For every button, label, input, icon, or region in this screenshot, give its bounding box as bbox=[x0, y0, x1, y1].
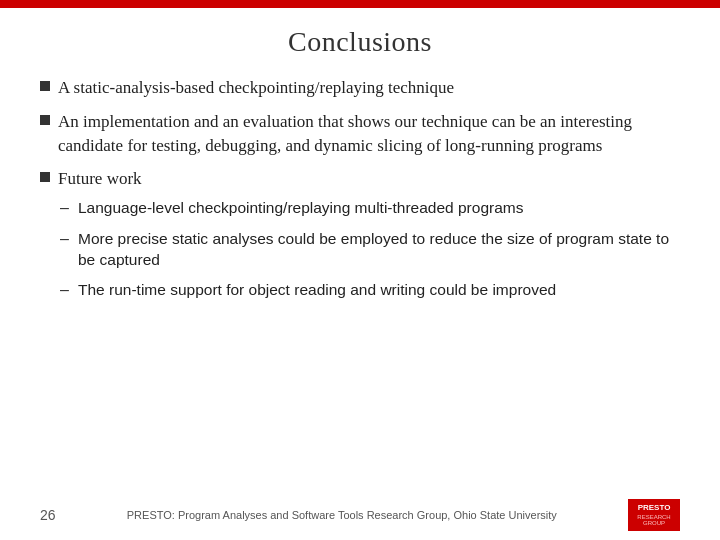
bullet-text-2: An implementation and an evaluation that… bbox=[58, 110, 680, 158]
footer-logo-text: PRESTO bbox=[638, 503, 671, 513]
footer: 26 PRESTO: Program Analyses and Software… bbox=[40, 494, 680, 530]
bullet-item-1: A static-analysis-based checkpointing/re… bbox=[40, 76, 680, 100]
sub-bullet-3: – The run-time support for object readin… bbox=[60, 279, 680, 301]
sub-text-2: More precise static analyses could be em… bbox=[78, 228, 680, 271]
footer-center-text: PRESTO: Program Analyses and Software To… bbox=[66, 509, 618, 521]
slide-container: Conclusions A static-analysis-based chec… bbox=[0, 8, 720, 540]
sub-bullets: – Language-level checkpointing/replaying… bbox=[60, 197, 680, 301]
footer-logo: PRESTO RESEARCHGROUP bbox=[628, 499, 680, 531]
content-area: A static-analysis-based checkpointing/re… bbox=[40, 76, 680, 494]
bullet-square-1 bbox=[40, 81, 50, 91]
bullet-item-2: An implementation and an evaluation that… bbox=[40, 110, 680, 158]
footer-page-number: 26 bbox=[40, 507, 56, 523]
sub-text-1: Language-level checkpointing/replaying m… bbox=[78, 197, 680, 219]
slide-title: Conclusions bbox=[40, 26, 680, 58]
bullet-square-2 bbox=[40, 115, 50, 125]
sub-dash-3: – bbox=[60, 279, 70, 301]
sub-text-3: The run-time support for object reading … bbox=[78, 279, 680, 301]
footer-logo-sub: RESEARCHGROUP bbox=[637, 514, 670, 527]
bullet-square-3 bbox=[40, 172, 50, 182]
top-bar bbox=[0, 0, 720, 8]
sub-bullet-2: – More precise static analyses could be … bbox=[60, 228, 680, 271]
sub-dash-1: – bbox=[60, 197, 70, 219]
bullet-text-3: Future work bbox=[58, 167, 142, 191]
bullet-text-1: A static-analysis-based checkpointing/re… bbox=[58, 76, 680, 100]
sub-bullet-1: – Language-level checkpointing/replaying… bbox=[60, 197, 680, 219]
sub-dash-2: – bbox=[60, 228, 70, 250]
bullet-item-3: Future work – Language-level checkpointi… bbox=[40, 167, 680, 301]
